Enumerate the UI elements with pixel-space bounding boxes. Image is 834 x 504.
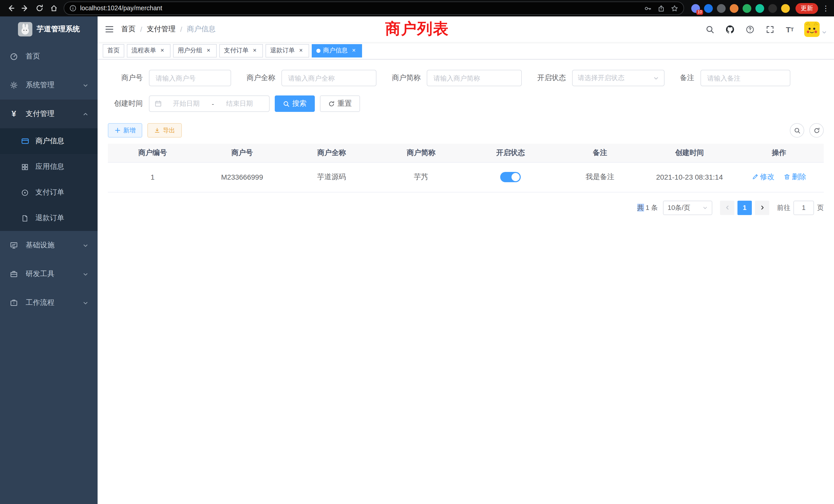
- site-info-icon[interactable]: [69, 5, 76, 12]
- sidebar-item-workflow[interactable]: 工作流程: [0, 289, 97, 317]
- breadcrumb-item-current: 商户信息: [187, 25, 216, 34]
- reset-button-label: 重置: [337, 99, 352, 108]
- sidebar-item-payment[interactable]: ¥ 支付管理: [0, 99, 97, 128]
- tab-label: 支付订单: [224, 46, 248, 55]
- chevron-down-icon: [83, 271, 88, 277]
- tab-merchant-info[interactable]: 商户信息 ×: [312, 44, 362, 57]
- close-icon[interactable]: ×: [205, 47, 212, 54]
- browser-reload-icon[interactable]: [33, 2, 46, 15]
- sidebar: 芋道管理系统 首页 系统管理: [0, 17, 97, 504]
- tab-process-form[interactable]: 流程表单 ×: [127, 44, 171, 57]
- reset-button[interactable]: 重置: [320, 95, 360, 112]
- table-toolbar: 新增 导出: [108, 123, 824, 138]
- toggle-search-icon[interactable]: [790, 123, 804, 138]
- merchant-name-input[interactable]: [281, 70, 376, 86]
- prev-page-button[interactable]: [720, 201, 734, 215]
- remark-input[interactable]: [701, 70, 790, 86]
- extension-icon[interactable]: 10: [691, 4, 700, 13]
- tab-user-group[interactable]: 用户分组 ×: [173, 44, 217, 57]
- extension-icon[interactable]: [730, 4, 739, 13]
- filter-create-time: 创建时间 开始日期 - 结束日期: [108, 95, 270, 112]
- bookmark-star-icon[interactable]: [671, 4, 678, 12]
- delete-link[interactable]: 删除: [784, 173, 806, 182]
- hamburger-icon[interactable]: [97, 17, 121, 42]
- address-bar[interactable]: localhost:1024/pay/merchant: [64, 2, 684, 15]
- fullscreen-icon[interactable]: [764, 24, 775, 35]
- end-date-placeholder[interactable]: 结束日期: [215, 99, 264, 108]
- refresh-icon[interactable]: [809, 123, 824, 138]
- cell-merchant-no: M233666999: [197, 162, 287, 192]
- export-button[interactable]: 导出: [147, 123, 182, 138]
- tab-refund-order[interactable]: 退款订单 ×: [265, 44, 309, 57]
- breadcrumb-item[interactable]: 支付管理: [147, 25, 176, 34]
- add-button[interactable]: 新增: [108, 123, 142, 138]
- sidebar-item-dev-tools[interactable]: 研发工具: [0, 260, 97, 289]
- avatar[interactable]: [804, 22, 820, 37]
- sidebar-item-merchant-info[interactable]: 商户信息: [0, 128, 97, 154]
- sidebar-item-label: 应用信息: [36, 162, 64, 171]
- start-date-placeholder[interactable]: 开始日期: [162, 99, 211, 108]
- goto-suffix: 页: [817, 203, 824, 212]
- merchant-short-name-input[interactable]: [427, 70, 522, 86]
- extension-icon[interactable]: [781, 4, 790, 13]
- share-icon[interactable]: [657, 4, 665, 12]
- url-text[interactable]: localhost:1024/pay/merchant: [80, 5, 644, 12]
- help-icon[interactable]: [744, 24, 755, 35]
- cell-merchant-name: 芋道源码: [287, 162, 376, 192]
- extension-icon[interactable]: [768, 4, 777, 13]
- sidebar-item-home[interactable]: 首页: [0, 42, 97, 71]
- tab-home[interactable]: 首页: [103, 44, 124, 57]
- close-icon[interactable]: ×: [251, 47, 258, 54]
- browser-menu-icon[interactable]: ⋮: [822, 4, 830, 12]
- close-icon[interactable]: ×: [159, 47, 166, 54]
- export-button-label: 导出: [163, 126, 175, 135]
- merchant-no-input[interactable]: [149, 70, 231, 86]
- font-size-icon[interactable]: TT: [784, 24, 795, 35]
- page-size-select[interactable]: 10条/页: [663, 201, 712, 215]
- annotation-title: 商户列表: [385, 19, 449, 40]
- extension-icon[interactable]: [704, 4, 713, 13]
- github-icon[interactable]: [724, 24, 736, 35]
- password-key-icon[interactable]: [644, 4, 652, 12]
- calendar-icon: [155, 100, 162, 107]
- sidebar-item-pay-order[interactable]: 支付订单: [0, 180, 97, 205]
- browser-back-icon[interactable]: [4, 2, 18, 15]
- page-content: 商户号 商户全称 商户简称 开启状态 请选择开启状态: [97, 60, 834, 504]
- goto-page-input[interactable]: [793, 201, 814, 215]
- toolbar-right: [790, 123, 824, 138]
- browser-home-icon[interactable]: [47, 2, 61, 15]
- goto-page: 前往 页: [777, 201, 824, 215]
- page-number-button[interactable]: 1: [738, 201, 752, 215]
- search-icon[interactable]: [704, 24, 716, 35]
- extension-icon[interactable]: [755, 4, 764, 13]
- browser-update-button[interactable]: 更新: [795, 3, 818, 14]
- breadcrumb-item[interactable]: 首页: [121, 25, 136, 34]
- field-label: 商户简称: [392, 73, 421, 83]
- date-range-picker[interactable]: 开始日期 - 结束日期: [149, 95, 270, 112]
- sidebar-item-app-info[interactable]: 应用信息: [0, 154, 97, 180]
- close-icon[interactable]: ×: [297, 47, 305, 54]
- sidebar-item-refund-order[interactable]: 退款订单: [0, 205, 97, 231]
- sidebar-item-infrastructure[interactable]: 基础设施: [0, 231, 97, 260]
- tab-pay-order[interactable]: 支付订单 ×: [219, 44, 263, 57]
- sidebar-menu: 首页 系统管理 ¥ 支付管理: [0, 42, 97, 504]
- extension-icon[interactable]: [743, 4, 751, 13]
- next-page-button[interactable]: [755, 201, 769, 215]
- chevron-down-icon: [653, 75, 659, 81]
- chevron-down-icon: [83, 243, 88, 248]
- user-menu[interactable]: [804, 22, 827, 37]
- search-button[interactable]: 搜索: [275, 95, 315, 112]
- browser-forward-icon[interactable]: [19, 2, 32, 15]
- app-logo[interactable]: 芋道管理系统: [0, 17, 97, 42]
- filter-merchant-short-name: 商户简称: [392, 70, 522, 86]
- sidebar-item-system[interactable]: 系统管理: [0, 71, 97, 99]
- close-icon[interactable]: ×: [350, 47, 357, 54]
- status-select[interactable]: 请选择开启状态: [572, 70, 664, 86]
- table-row: 1 M233666999 芋道源码 芋艿 我是备注 2021-10-23 08:…: [108, 162, 824, 192]
- main-area: 首页 / 支付管理 / 商户信息: [97, 17, 834, 504]
- edit-link[interactable]: 修改: [752, 173, 774, 182]
- toolbox-icon: [9, 270, 19, 279]
- sidebar-item-label: 首页: [26, 52, 40, 61]
- extension-icon[interactable]: [717, 4, 726, 13]
- status-toggle[interactable]: [500, 172, 521, 182]
